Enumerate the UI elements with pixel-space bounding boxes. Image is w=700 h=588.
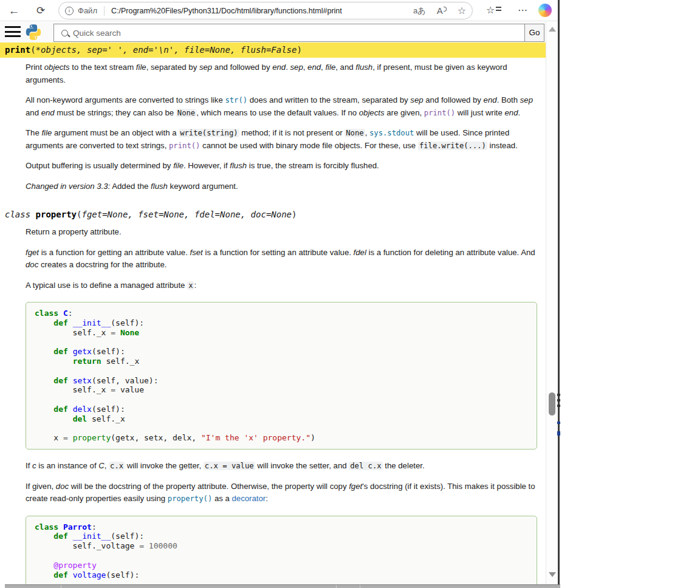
search-go-button[interactable]: Go	[524, 24, 544, 42]
browser-toolbar: ← ⟳ i Файл C:/Program%20Files/Python311/…	[0, 0, 558, 21]
text-segment: )	[292, 210, 297, 219]
vertical-scrollbar[interactable]	[546, 22, 558, 584]
print-description: Print objects to the text stream file, s…	[26, 61, 537, 193]
code-token: (self):	[111, 532, 144, 541]
doc-content: print(*objects, sep=' ', end='\n', file=…	[0, 43, 546, 584]
code-token	[35, 366, 39, 375]
url-scheme-label: Файл	[78, 6, 97, 15]
code-token: delx	[73, 405, 92, 414]
translate-icon[interactable]: aあ	[413, 5, 426, 16]
url-text: C:/Program%20Files/Python311/Doc/html/li…	[111, 7, 402, 15]
refresh-icon[interactable]: ⟳	[32, 2, 50, 19]
scrollbar-thumb[interactable]	[549, 392, 555, 415]
text-segment: write(string)	[179, 129, 239, 137]
code-token: =	[111, 328, 115, 337]
text-segment: (	[30, 45, 35, 55]
edge-tick	[557, 399, 560, 402]
text-segment: ,	[303, 63, 307, 72]
text-segment: sep	[410, 95, 423, 104]
doc-link[interactable]: decorator	[232, 494, 266, 503]
scroll-up-icon[interactable]	[549, 27, 556, 32]
code-token	[35, 551, 39, 560]
scroll-down-icon[interactable]	[549, 572, 556, 577]
text-segment: file	[173, 161, 184, 170]
code-example-class-parrot: class Parrot: def __init__(self): self._…	[26, 516, 537, 584]
code-line: del self._x	[35, 414, 528, 424]
search-input[interactable]	[73, 29, 524, 38]
copilot-icon[interactable]	[538, 4, 552, 17]
code-line: def delx(self):	[35, 405, 528, 414]
text-segment: end	[484, 95, 497, 104]
code-line: def __init__(self):	[35, 532, 528, 541]
code-token: setx	[73, 376, 92, 385]
code-token	[35, 561, 53, 570]
code-token	[35, 532, 53, 541]
taskbar-separator	[360, 585, 360, 588]
text-segment: Return a property attribute.	[26, 227, 122, 236]
code-line: return self._x	[35, 357, 528, 366]
python-logo-icon[interactable]	[26, 24, 41, 40]
text-segment: file	[325, 63, 335, 72]
edge-tick	[557, 431, 560, 436]
quick-search-box[interactable]	[53, 24, 525, 42]
text-segment: will just write	[455, 108, 504, 117]
text-segment: Print	[26, 63, 44, 72]
settings-more-icon[interactable]: ⋯	[515, 2, 530, 18]
doc-link[interactable]: sys.stdout	[369, 129, 414, 137]
code-token: class	[35, 309, 63, 318]
text-segment: instead.	[487, 141, 518, 150]
code-token	[35, 318, 53, 327]
code-token	[35, 414, 73, 423]
code-line: def getx(self):	[35, 347, 528, 357]
paragraph: All non-keyword arguments are converted …	[26, 94, 537, 119]
code-token: self._x	[35, 328, 111, 337]
paragraph: Return a property attribute.	[26, 226, 537, 239]
text-segment: , and	[335, 63, 355, 72]
code-line: def __init__(self):	[35, 318, 528, 328]
text-segment: ,	[105, 461, 109, 470]
print-signature: print(*objects, sep=' ', end='\n', file=…	[0, 43, 546, 58]
code-token: =	[63, 433, 68, 442]
code-line: def voltage(self):	[35, 570, 528, 580]
code-token	[35, 424, 39, 433]
text-segment: and followed by	[212, 63, 272, 72]
text-segment: . Both	[497, 95, 520, 104]
text-segment: .	[286, 63, 290, 72]
address-bar[interactable]: i Файл C:/Program%20Files/Python311/Doc/…	[58, 2, 473, 19]
code-token: None	[120, 328, 139, 337]
doc-link[interactable]: print()	[424, 109, 455, 117]
text-segment: sep	[290, 63, 303, 72]
text-segment: fget=None, fset=None, fdel=None, doc=Non…	[81, 210, 292, 219]
code-token: self._x	[92, 414, 125, 423]
text-segment: Added the	[110, 182, 151, 191]
paragraph: The file argument must be an object with…	[26, 127, 537, 152]
text-segment: and followed by	[424, 95, 484, 104]
favorite-star-icon[interactable]: ☆	[458, 5, 466, 16]
text-segment: c	[32, 461, 36, 470]
back-icon[interactable]: ←	[5, 2, 23, 19]
doc-link[interactable]: print()	[169, 142, 200, 150]
code-token: x	[35, 433, 63, 442]
edge-tick	[557, 422, 560, 424]
text-segment: file	[41, 128, 52, 137]
menu-icon[interactable]	[5, 26, 21, 38]
paragraph: Print objects to the text stream file, s…	[26, 61, 537, 86]
favorites-hub-icon[interactable]: ☆	[486, 4, 502, 18]
text-segment: class	[5, 210, 36, 219]
code-line: @property	[35, 561, 528, 570]
code-line: self._x = None	[35, 328, 528, 338]
doc-link[interactable]: property()	[168, 494, 212, 503]
read-aloud-icon[interactable]: A	[437, 5, 447, 16]
code-token: self._x	[35, 385, 111, 394]
paragraph: If given, doc will be the docstring of t…	[26, 480, 537, 505]
page-info-icon[interactable]: i	[65, 7, 74, 15]
doc-link[interactable]: str()	[225, 96, 247, 104]
code-token: :	[92, 522, 97, 532]
code-token: (self):	[92, 405, 125, 414]
code-token: =	[139, 541, 144, 550]
code-token: def	[53, 347, 72, 356]
text-segment: is true, the stream is forcibly flushed.	[247, 161, 379, 170]
text-segment: fget	[26, 248, 39, 257]
text-segment: will invoke the getter,	[125, 461, 204, 470]
code-token: (self, value):	[92, 376, 159, 385]
